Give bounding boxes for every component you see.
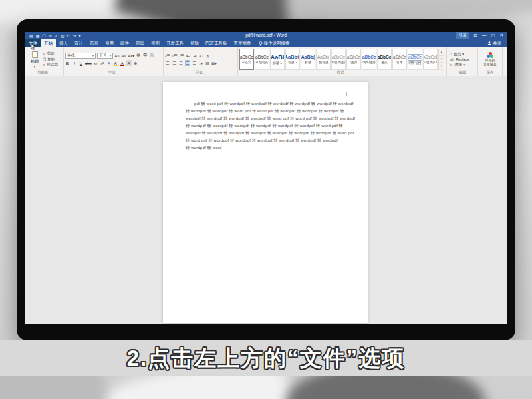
- paragraph-group: •☰1☰⁝☰⇤⇥A↓¶ ☰☰☰☰☰↕▾▨⊞▾ 段落 ⌟: [164, 47, 238, 76]
- dialog-launcher-icon[interactable]: ⌟: [346, 71, 347, 75]
- multilevel-list-icon[interactable]: ⁝☰: [179, 53, 184, 59]
- editing-group: ⌕ 查找 ▾ ab Replace ▻ 选择 ▾: [447, 47, 478, 76]
- signin-button[interactable]: 登录: [456, 32, 469, 39]
- ribbon-tab[interactable]: 视图: [148, 39, 163, 47]
- style-gallery-item[interactable]: AaBbCcD 不明显强调: [331, 49, 346, 70]
- style-gallery-scroll: ▴ ▾ ▿: [438, 49, 444, 70]
- paragraph-mark-icon[interactable]: ¶: [205, 53, 211, 59]
- style-gallery-item[interactable]: AaBbCcD 引用: [392, 49, 407, 70]
- command-icon: ✎: [43, 63, 46, 67]
- command-icon: ✂: [43, 52, 46, 56]
- chevron-down-icon: ▾: [92, 54, 94, 57]
- ribbon-tab-row: 文件开始插入设计布局引用邮件审阅视图开发工具帮助PDF工具集百度网盘 操作说明搜…: [25, 39, 507, 47]
- ribbon-tab[interactable]: PDF工具集: [202, 39, 231, 47]
- clipboard-command[interactable]: ✎ 格式刷: [43, 63, 62, 67]
- shrink-font-icon[interactable]: A˅: [121, 53, 126, 59]
- caption-band: 2.点击左上方的“文件”选项: [0, 340, 532, 376]
- distribute-icon[interactable]: ☰: [192, 60, 197, 66]
- style-gallery-item[interactable]: AaBbCcDi 不明显参考: [423, 49, 438, 70]
- enclose-characters-icon[interactable]: ⊕: [133, 60, 138, 66]
- tell-me-search[interactable]: 操作说明搜索: [255, 39, 294, 47]
- italic-icon[interactable]: I: [72, 60, 77, 66]
- ribbon-tab[interactable]: 布局: [86, 39, 102, 47]
- phonetic-guide-icon[interactable]: 拼: [136, 53, 141, 59]
- text-effects-icon[interactable]: A: [106, 60, 112, 66]
- grow-font-icon[interactable]: A˄: [114, 53, 120, 59]
- superscript-icon[interactable]: x²: [100, 60, 105, 66]
- paste-button[interactable]: 粘贴 ▾: [27, 49, 43, 70]
- increase-indent-icon[interactable]: ⇥: [192, 53, 198, 59]
- decrease-indent-icon[interactable]: ⇤: [186, 53, 191, 59]
- ribbon-tab[interactable]: 插入: [56, 39, 71, 47]
- subscript-icon[interactable]: x₂: [93, 60, 98, 66]
- style-gallery-item[interactable]: AaBbCcD 明显引用: [408, 49, 422, 70]
- style-gallery-item[interactable]: AaBbCcD ↵无间隔: [255, 49, 269, 70]
- style-gallery-item[interactable]: AaBbCcD 要点: [377, 49, 392, 70]
- style-gallery-item[interactable]: AaBb( 标题: [301, 49, 315, 70]
- dialog-launcher-icon[interactable]: ⌟: [204, 71, 205, 75]
- font-color-icon[interactable]: A: [120, 60, 125, 66]
- change-case-icon[interactable]: Aa▾: [128, 53, 134, 59]
- ribbon: 粘贴 ▾ ✂ 剪切 ❐ 复制 ✎ 格式刷: [25, 47, 507, 76]
- paste-dropdown-icon[interactable]: ▾: [34, 65, 35, 68]
- line-spacing-icon[interactable]: ↕▾: [198, 60, 203, 66]
- ribbon-tab[interactable]: 设计: [71, 39, 86, 47]
- gallery-more-icon[interactable]: ▿: [439, 63, 444, 70]
- scroll-up-icon[interactable]: ▴: [439, 49, 444, 56]
- sort-icon[interactable]: A↓: [199, 53, 204, 59]
- bullets-icon[interactable]: •☰: [165, 53, 170, 59]
- style-gallery-item[interactable]: AaBbCcD 明显强调: [362, 49, 376, 70]
- clear-format-icon[interactable]: Ⓐ: [149, 53, 154, 59]
- highlight-icon[interactable]: A: [113, 60, 118, 66]
- save-to-baidu-button[interactable]: 保存到 百度网盘: [479, 49, 501, 70]
- ribbon-display-options-icon[interactable]: ⊡: [473, 33, 477, 38]
- style-gallery-item[interactable]: AaBl 标题 1: [270, 49, 285, 70]
- bold-icon[interactable]: B: [65, 60, 70, 66]
- style-gallery-item[interactable]: AaBbCcD ↵正文: [239, 49, 254, 70]
- close-button[interactable]: ✕: [500, 33, 503, 38]
- ribbon-tab[interactable]: 开始: [41, 39, 56, 47]
- character-border-icon[interactable]: 字: [142, 53, 148, 59]
- baidu-netdisk-icon: [487, 52, 493, 58]
- editing-command[interactable]: ▻ 选择 ▾: [450, 63, 476, 67]
- document-page[interactable]: pdf 转 word pdf 转 wordpdf 转 wordpdf 转 wor…: [163, 82, 368, 323]
- restore-button[interactable]: ▢: [491, 33, 495, 38]
- justify-icon[interactable]: ☰: [185, 60, 190, 66]
- clipboard-command[interactable]: ✂ 剪切: [43, 51, 62, 56]
- align-right-icon[interactable]: ☰: [178, 60, 184, 66]
- ribbon-tab[interactable]: 引用: [102, 39, 117, 47]
- editing-command[interactable]: ⌕ 查找 ▾: [450, 52, 476, 57]
- ribbon-tab[interactable]: 邮件: [117, 39, 132, 47]
- shading-icon[interactable]: ▨: [205, 60, 210, 66]
- ribbon-tab[interactable]: 审阅: [132, 39, 148, 47]
- style-gallery-item[interactable]: AaBb( 副标题: [316, 49, 331, 70]
- align-center-icon[interactable]: ☰: [172, 60, 177, 66]
- strikethrough-icon[interactable]: abc: [85, 60, 92, 66]
- clipboard-command[interactable]: ❐ 复制: [43, 57, 62, 62]
- font-size-combo[interactable]: 五号 ▾: [97, 53, 113, 59]
- command-icon: ⌕: [450, 52, 452, 57]
- ribbon-tab[interactable]: 帮助: [187, 39, 202, 47]
- style-gallery-item[interactable]: AaBbCcD 强调: [346, 49, 361, 70]
- save-group: 保存到 百度网盘 保存: [478, 47, 503, 76]
- underline-icon[interactable]: U: [78, 60, 84, 66]
- caption-text: 2.点击左上方的“文件”选项: [127, 344, 406, 374]
- minimize-button[interactable]: —: [482, 33, 487, 38]
- share-button[interactable]: 共享: [487, 39, 507, 47]
- borders-icon[interactable]: ⊞▾: [211, 60, 217, 66]
- dialog-launcher-icon[interactable]: ⌟: [50, 71, 51, 75]
- font-name-combo[interactable]: 等线 ▾: [65, 53, 96, 59]
- ribbon-tab[interactable]: 开发工具: [163, 39, 187, 47]
- align-left-icon[interactable]: ☰: [165, 60, 170, 66]
- document-text-line: wordpdf 转 wordpdf 转 wordpdf 转 wordpdf 转 …: [186, 115, 346, 122]
- char-shading-icon[interactable]: A: [126, 60, 132, 66]
- monitor-bezel: ▤▦☐✉✓▥↶↷▾ pdf转word.pdf - Word 登录 ⊡ — ▢ ✕…: [17, 19, 515, 340]
- styles-group: AaBbCcD ↵正文 AaBbCcD ↵无间隔 AaBl 标题 1 AaBbC…: [238, 47, 447, 76]
- dialog-launcher-icon[interactable]: ⌟: [117, 71, 118, 75]
- style-gallery-item[interactable]: AaBbC 标题 2: [285, 49, 300, 70]
- scroll-down-icon[interactable]: ▾: [439, 56, 444, 63]
- editing-command[interactable]: ab Replace: [450, 57, 476, 61]
- numbering-icon[interactable]: 1☰: [172, 53, 178, 59]
- document-text[interactable]: pdf 转 word pdf 转 wordpdf 转 wordpdf 转 wor…: [186, 100, 346, 152]
- ribbon-tab[interactable]: 百度网盘: [231, 39, 255, 47]
